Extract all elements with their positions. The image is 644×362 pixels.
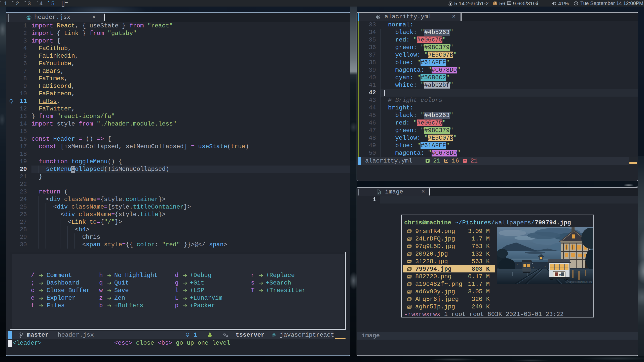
svg-text:www.DesktopBackground.org: www.DesktopBackground.org [565, 281, 592, 283]
svg-text:9: 9 [559, 273, 561, 276]
